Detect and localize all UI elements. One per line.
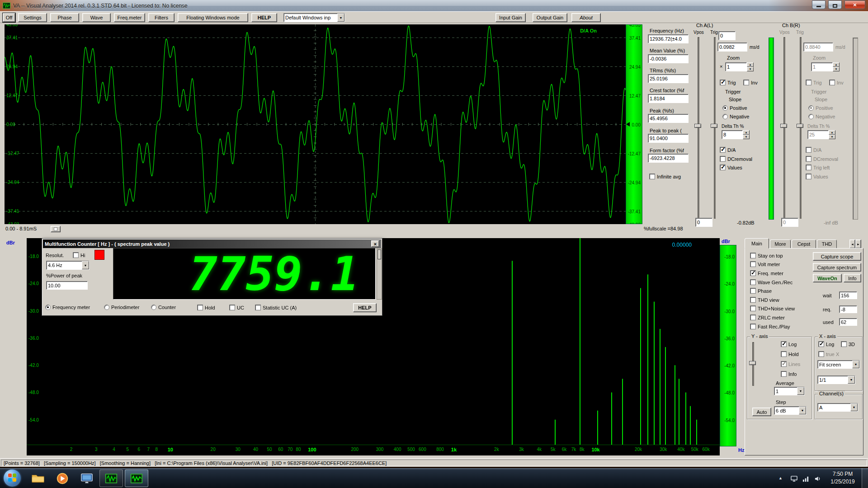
ch-a-trig-slider[interactable]	[710, 37, 718, 219]
spinner-up-icon[interactable]: ▲	[747, 62, 754, 67]
hi-checkbox[interactable]: Hi	[73, 252, 85, 258]
chevron-down-icon[interactable]: ▼	[82, 261, 89, 269]
periodimeter-radio[interactable]: Periodimeter	[104, 305, 139, 310]
minimize-button[interactable]	[812, 0, 826, 9]
scrollbar-thumb[interactable]	[377, 249, 381, 259]
radio-icon[interactable]	[104, 305, 109, 310]
counter-scrollbar[interactable]	[377, 248, 382, 300]
off-button[interactable]: Off	[3, 13, 15, 22]
taskbar-display-app-button[interactable]	[75, 469, 99, 487]
step-select[interactable]: 6 dB▼	[774, 406, 807, 415]
radio-icon[interactable]	[722, 105, 728, 111]
checkbox-icon[interactable]	[750, 288, 756, 294]
checkbox-icon[interactable]	[720, 147, 726, 153]
ch-a-inv-checkbox[interactable]: Inv	[743, 80, 758, 85]
checkbox-icon[interactable]	[781, 371, 787, 377]
statistic-uc-checkbox[interactable]: Statistic UC (A)	[255, 305, 297, 310]
tray-volume-icon[interactable]	[814, 475, 821, 482]
counter-close-button[interactable]: ×	[371, 240, 379, 247]
spinner-down-icon[interactable]: ▼	[743, 135, 750, 139]
chevron-down-icon[interactable]: ▼	[848, 376, 855, 384]
chevron-down-icon[interactable]: ▼	[799, 407, 806, 414]
ch-a-bottom-value[interactable]: 0	[695, 218, 712, 227]
info-button[interactable]: Info	[844, 274, 861, 282]
phase-checkbox[interactable]: Phase	[750, 288, 772, 294]
taskbar-clock[interactable]: 7:50 PM 1/25/2019	[826, 470, 859, 486]
tab-thd[interactable]: THD	[817, 239, 837, 249]
tab-main[interactable]: Main	[745, 238, 769, 249]
infinite-avg-checkbox[interactable]: Infinite avg	[649, 174, 681, 179]
wave-on-button[interactable]: WaveOn	[813, 274, 842, 282]
checkbox-icon[interactable]	[750, 305, 756, 311]
ratio-select[interactable]: 1/1▼	[817, 375, 855, 384]
x-3d-checkbox[interactable]: 3D	[841, 341, 855, 347]
checkbox-icon[interactable]	[649, 174, 655, 179]
scrollbar-thumb[interactable]	[54, 227, 57, 231]
spinner-down-icon[interactable]: ▼	[747, 67, 754, 71]
chevron-down-icon[interactable]: ▼	[852, 361, 859, 368]
input-gain-button[interactable]: Input Gain	[495, 13, 526, 22]
checkbox-icon[interactable]	[781, 341, 787, 347]
slider-track[interactable]	[698, 37, 699, 219]
start-button[interactable]	[4, 469, 21, 487]
ch-a-trig-checkbox[interactable]: Trig	[720, 80, 736, 85]
ch-a-values-checkbox[interactable]: Values	[720, 164, 742, 170]
counter-mode-radio[interactable]: Counter	[151, 305, 176, 310]
slider-thumb[interactable]	[694, 124, 701, 128]
tab-scroll-right-icon[interactable]: ►	[855, 239, 861, 249]
freq-meter-button[interactable]: Freq.meter	[114, 13, 145, 22]
checkbox-icon[interactable]	[750, 314, 756, 320]
y-hold-checkbox[interactable]: Hold	[781, 351, 799, 357]
checkbox-icon[interactable]	[720, 164, 726, 170]
thd-noise-view-checkbox[interactable]: THD+Noise view	[750, 305, 795, 311]
tray-expand-icon[interactable]: ▲	[778, 476, 783, 480]
phase-button[interactable]: Phase	[50, 13, 79, 22]
slider-track[interactable]	[714, 37, 716, 219]
scope-h-scrollbar[interactable]	[51, 226, 61, 232]
chevron-down-icon[interactable]: ▼	[850, 404, 858, 411]
slider-thumb[interactable]	[711, 124, 717, 128]
channel-select[interactable]: A▼	[817, 403, 858, 412]
chevron-down-icon[interactable]: ▼	[797, 387, 804, 395]
checkbox-icon[interactable]	[255, 305, 261, 310]
settings-button[interactable]: Settings	[18, 13, 47, 22]
auto-button[interactable]: Auto	[752, 408, 771, 416]
y-info-checkbox[interactable]: Info	[781, 371, 797, 377]
capture-spectrum-button[interactable]: Capture spectrum	[813, 263, 861, 272]
average-select[interactable]: 1▼	[774, 387, 805, 395]
counter-window[interactable]: Multifunction Counter [ Hz ] - ( spectru…	[42, 238, 382, 316]
checkbox-icon[interactable]	[720, 156, 726, 162]
y-scale-slider[interactable]	[749, 342, 757, 386]
checkbox-icon[interactable]	[750, 297, 756, 303]
counter-help-button[interactable]: HELP	[353, 303, 377, 312]
capture-scope-button[interactable]: Capture scope	[813, 252, 861, 261]
about-button[interactable]: About	[571, 13, 601, 22]
wave-button[interactable]: Wave	[82, 13, 111, 22]
checkbox-icon[interactable]	[841, 341, 847, 347]
radio-icon[interactable]	[151, 305, 156, 310]
ch-a-slope-negative-radio[interactable]: Negative	[722, 114, 749, 119]
ch-a-time-per-div[interactable]: 0.0982	[717, 42, 747, 52]
output-gain-button[interactable]: Output Gain	[533, 13, 567, 22]
fast-rec-play-checkbox[interactable]: Fast Rec./Play	[750, 324, 790, 329]
ch-a-slope-positive-radio[interactable]: Positive	[722, 105, 747, 111]
uc-checkbox[interactable]: UC	[229, 305, 244, 310]
input-device-select[interactable]: Default Windows inp ▼	[283, 13, 345, 22]
resolution-select[interactable]: 4.6 Hz▼	[46, 261, 90, 270]
x-log-checkbox[interactable]: Log	[818, 341, 834, 347]
radio-icon[interactable]	[45, 305, 51, 310]
filters-button[interactable]: Filters	[148, 13, 175, 22]
ch-a-zoom-value[interactable]: 1	[725, 62, 747, 71]
chevron-down-icon[interactable]: ▼	[337, 14, 344, 22]
wave-gen-checkbox[interactable]: Wave Gen./Rec	[750, 279, 793, 285]
spinner-up-icon[interactable]: ▲	[743, 130, 750, 135]
zrlc-meter-checkbox[interactable]: ZRLC meter	[750, 314, 785, 320]
tab-scroll-left-icon[interactable]: ◄	[849, 239, 855, 249]
checkbox-icon[interactable]	[781, 351, 787, 357]
thd-view-checkbox[interactable]: THD view	[750, 297, 779, 303]
ch-a-vpos-slider[interactable]	[694, 37, 702, 219]
power-of-peak-input[interactable]: 10.00	[46, 281, 88, 290]
checkbox-icon[interactable]	[73, 252, 79, 258]
y-log-checkbox[interactable]: Log	[781, 341, 797, 347]
checkbox-icon[interactable]	[750, 279, 756, 285]
